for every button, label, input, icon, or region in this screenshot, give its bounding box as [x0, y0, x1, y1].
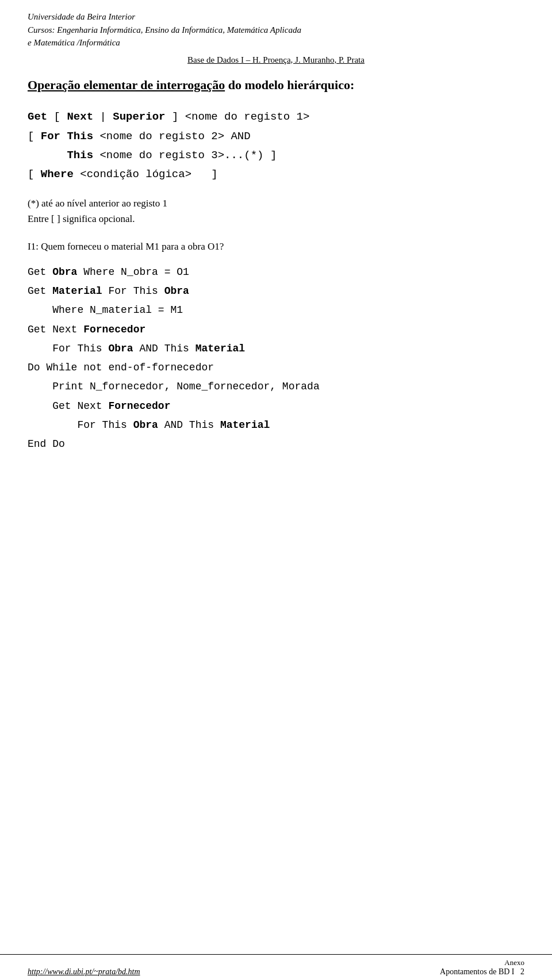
code-line-9: For This Obra AND This Material — [28, 416, 524, 435]
footer-page-label: Apontamentos de BD I 2 — [440, 967, 524, 977]
kw-get: Get — [28, 110, 47, 123]
code-line-5: For This Obra AND This Material — [28, 339, 524, 358]
header-block: Universidade da Beira Interior Cursos: E… — [28, 10, 524, 49]
question-block: I1: Quem forneceu o material M1 para a o… — [28, 241, 524, 252]
header-university: Universidade da Beira Interior — [28, 10, 524, 24]
section-title-rest: do modelo hierárquico: — [225, 78, 354, 92]
kw-this: This — [67, 149, 93, 162]
footer-annex: Anexo — [440, 958, 524, 967]
kw-material-3: Material — [220, 419, 270, 431]
footer-page-number: 2 — [520, 967, 524, 976]
section-title: Operação elementar de interrogação do mo… — [28, 76, 524, 94]
kw-material-2: Material — [195, 343, 245, 354]
syntax-line2: [ For This <nome do registo 2> AND — [28, 127, 524, 146]
footer-page-label-text: Apontamentos de BD I — [440, 967, 514, 976]
kw-obra-4: Obra — [133, 419, 158, 431]
footer-url[interactable]: http://www.di.ubi.pt/~prata/bd.htm — [28, 967, 140, 977]
code-line-2: Get Material For This Obra — [28, 282, 524, 301]
code-line-4: Get Next Fornecedor — [28, 320, 524, 339]
notes-block: (*) até ao nível anterior ao registo 1 E… — [28, 196, 524, 227]
footer: http://www.di.ubi.pt/~prata/bd.htm Anexo… — [0, 954, 552, 980]
footer-right: Anexo Apontamentos de BD I 2 — [440, 958, 524, 977]
kw-obra-3: Obra — [108, 343, 133, 354]
syntax-line1: Get [ Next | Superior ] <nome do registo… — [28, 108, 524, 127]
kw-fornecedor-2: Fornecedor — [108, 400, 170, 412]
kw-obra-1: Obra — [52, 266, 77, 278]
code-line-10: End Do — [28, 435, 524, 454]
code-line-8: Get Next Fornecedor — [28, 397, 524, 416]
kw-where: Where — [41, 168, 74, 181]
kw-fornecedor-1: Fornecedor — [83, 324, 145, 335]
syntax-line3: This <nome do registo 3>...(*) ] — [28, 146, 524, 165]
note2: Entre [ ] significa opcional. — [28, 211, 524, 227]
kw-superior: Superior — [113, 110, 165, 123]
kw-for: For This — [41, 130, 93, 143]
syntax-block: Get [ Next | Superior ] <nome do registo… — [28, 108, 524, 184]
kw-obra-2: Obra — [164, 285, 189, 297]
kw-next: Next — [67, 110, 93, 123]
code-line-3: Where N_material = M1 — [28, 301, 524, 320]
note1: (*) até ao nível anterior ao registo 1 — [28, 196, 524, 211]
document-title: Base de Dados I – H. Proença, J. Muranho… — [28, 55, 524, 65]
header-courses-cont: e Matemática /Informática — [28, 36, 524, 49]
document-title-text: Base de Dados I – H. Proença, J. Muranho… — [187, 55, 365, 64]
section-title-underline: Operação elementar de interrogação — [28, 78, 225, 92]
code-line-1: Get Obra Where N_obra = O1 — [28, 263, 524, 282]
code-block: Get Obra Where N_obra = O1 Get Material … — [28, 263, 524, 454]
header-courses: Cursos: Engenharia Informática, Ensino d… — [28, 24, 524, 37]
code-line-6: Do While not end-of-fornecedor — [28, 358, 524, 377]
syntax-line4: [ Where <condição lógica> ] — [28, 165, 524, 184]
code-line-7: Print N_fornecedor, Nome_fornecedor, Mor… — [28, 377, 524, 396]
kw-material-1: Material — [52, 285, 102, 297]
